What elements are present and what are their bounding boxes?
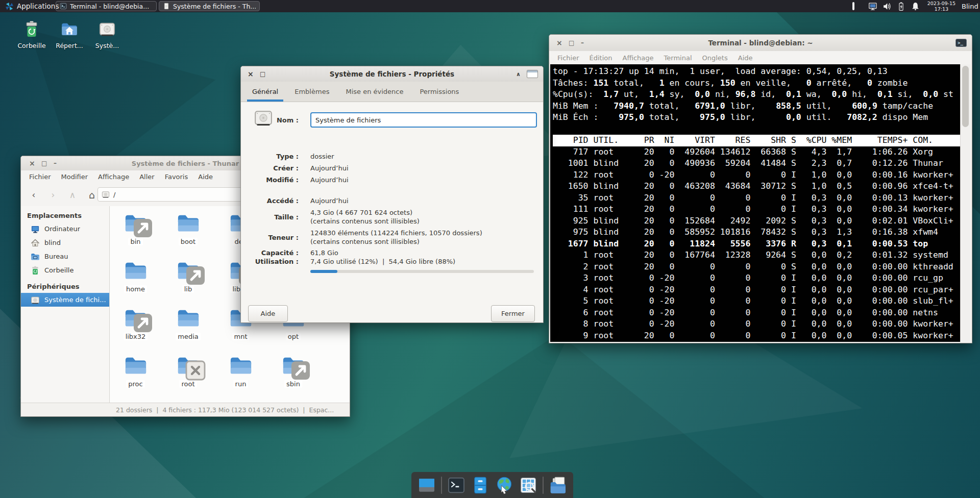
menu-item[interactable]: Aide <box>193 173 218 181</box>
menu-item[interactable]: Terminal <box>659 54 697 62</box>
dock-file-cabinet-launcher[interactable] <box>471 476 490 495</box>
dock-terminal-launcher[interactable] <box>447 476 466 495</box>
top-process-row: 9 root 20 0 0 0 0 I 0,0 0,0 0:00.05 kwor… <box>553 330 962 342</box>
shade-icon[interactable]: ∧ <box>516 66 521 82</box>
help-button[interactable]: Aide <box>248 305 288 322</box>
folder-item[interactable]: bin <box>109 210 162 258</box>
folder-item[interactable]: sbin <box>267 353 320 400</box>
folder-item[interactable]: boot <box>162 210 214 258</box>
top-summary-line: MiB Mem : 7940,7 total, 6791,0 libr, 858… <box>553 101 962 112</box>
taskbar-button-file-manager[interactable]: Système de fichiers - Th... <box>159 1 260 11</box>
dialog-titlebar[interactable]: × □ Système de fichiers - Propriétés ∧ <box>241 66 543 82</box>
property-label: Accédé : <box>241 196 299 205</box>
terminal-scrollbar[interactable] <box>960 64 971 342</box>
sidebar-item-computer[interactable]: Ordinateur <box>21 222 109 236</box>
property-label: Teneur : <box>241 233 299 242</box>
folder-item[interactable]: media <box>162 305 214 353</box>
terminal-titlebar[interactable]: × □ – Terminal - blind@debian: ~ >_ <box>549 35 972 52</box>
dock-separator[interactable] <box>543 477 544 494</box>
up-icon[interactable]: ∧ <box>65 187 80 203</box>
clock-time: 17:13 <box>927 6 955 12</box>
close-icon[interactable]: × <box>556 35 562 51</box>
sidebar-item-label: Bureau <box>44 253 68 260</box>
sidebar-item-icon <box>31 295 40 305</box>
tab[interactable]: Permissions <box>411 82 467 102</box>
sidebar-item-desktop[interactable]: Bureau <box>21 250 109 263</box>
dock-show-desktop[interactable] <box>417 476 436 495</box>
window-button-icon <box>163 3 170 10</box>
property-value: 4,3 Gio (4 667 701 624 octets) <box>310 208 420 217</box>
minimize-icon[interactable]: – <box>581 35 584 51</box>
top-table-header: PID UTIL. PR NI VIRT RES SHR S %CPU %MEM… <box>553 135 962 146</box>
dock-app-finder-launcher[interactable] <box>519 476 538 495</box>
folder-item[interactable]: root <box>162 353 214 400</box>
top-process-row: 5 root 0 -20 0 0 0 I 0,0 0,0 0:00.00 slu… <box>553 295 962 307</box>
sidebar-item-home[interactable]: blind <box>21 236 109 250</box>
maximize-icon[interactable]: □ <box>260 66 265 82</box>
sidebar-item-trash[interactable]: Corbeille <box>21 263 109 277</box>
desktop-icon-trash[interactable]: Corbeille <box>13 20 50 49</box>
tab[interactable]: Mise en évidence <box>337 82 411 102</box>
menu-item[interactable]: Affichage <box>617 54 658 62</box>
volume-icon[interactable] <box>882 2 892 11</box>
clock[interactable]: 2023-09-15 17:13 <box>927 1 955 12</box>
window-title: Terminal - blind@debian: ~ <box>585 35 936 51</box>
dock-file-manager-launcher[interactable] <box>548 476 568 495</box>
dock <box>411 472 573 498</box>
scrollbar-thumb[interactable] <box>962 66 969 127</box>
desktop-icons: Corbeille Répert... Systè... <box>13 20 126 49</box>
forward-icon[interactable]: › <box>45 187 61 203</box>
terminal-app-icon[interactable]: >_ <box>955 39 967 47</box>
menu-item[interactable]: Aller <box>134 173 159 181</box>
battery-icon[interactable] <box>896 2 906 11</box>
folder-label: root <box>179 380 197 388</box>
menu-item[interactable]: Aide <box>733 54 758 62</box>
tab-label: Permissions <box>420 88 459 95</box>
close-button[interactable]: Fermer <box>491 305 535 322</box>
dock-separator[interactable] <box>441 477 442 494</box>
dock-web-browser-launcher[interactable] <box>495 476 514 495</box>
path-text: / <box>113 191 115 198</box>
maximize-icon[interactable]: □ <box>569 35 574 51</box>
maximize-icon[interactable]: □ <box>41 156 47 170</box>
menu-item[interactable]: Fichier <box>552 54 584 62</box>
folder-label: media <box>176 333 201 340</box>
folder-item[interactable]: libx32 <box>109 305 162 353</box>
top-process-row: 8 root 0 -20 0 0 0 I 0,0 0,0 0:00.00 kwo… <box>553 318 962 330</box>
menu-item[interactable]: Modifier <box>56 173 93 181</box>
name-input[interactable] <box>310 112 537 128</box>
name-field-label: Nom : <box>241 116 299 124</box>
menu-item[interactable]: Favoris <box>160 173 193 181</box>
menu-item[interactable]: Édition <box>584 54 618 62</box>
tab[interactable]: Emblèmes <box>286 82 337 102</box>
window-menu-icon[interactable] <box>527 70 538 78</box>
top-process-row: 1 root 20 0 167764 12328 9264 S 0,0 0,2 … <box>553 250 962 261</box>
taskbar-button-terminal[interactable]: Terminal - blind@debia... <box>56 1 157 11</box>
back-icon[interactable]: ‹ <box>26 187 41 203</box>
menu-item[interactable]: Fichier <box>24 173 56 181</box>
property-label: Type : <box>241 152 299 161</box>
display-icon[interactable] <box>868 2 877 11</box>
folder-item[interactable]: proc <box>109 353 162 400</box>
properties-dialog: × □ Système de fichiers - Propriétés ∧ G… <box>240 66 544 323</box>
applications-label: Applications <box>17 2 59 10</box>
folder-item[interactable]: run <box>214 353 267 400</box>
terminal-output[interactable]: top - 17:13:27 up 14 min, 1 user, load a… <box>550 64 962 342</box>
desktop-icon-filesystem[interactable]: Systè... <box>89 20 126 49</box>
property-row: Accédé : Aujourd’hui <box>241 196 537 205</box>
top-summary-line: %Cpu(s): 1,7 ut, 1,4 sy, 0,0 ni, 96,8 id… <box>553 89 962 101</box>
pen-indicator-icon[interactable] <box>852 2 854 10</box>
notifications-icon[interactable] <box>911 2 920 11</box>
menu-item[interactable]: Onglets <box>697 54 733 62</box>
close-icon[interactable]: × <box>248 66 254 82</box>
top-summary-line: MiB Éch : 975,0 total, 975,0 libr, 0,0 u… <box>553 112 962 123</box>
folder-item[interactable]: home <box>109 258 162 305</box>
folder-item[interactable]: lib <box>162 258 214 305</box>
sidebar-item-filesystem[interactable]: Système de fichi... <box>21 293 109 307</box>
desktop-icon-home-folder[interactable]: Répert... <box>51 20 88 49</box>
top-process-row: 111 root 20 0 0 0 0 I 0,3 0,0 0:00.34 kw… <box>553 204 962 215</box>
tab[interactable]: Général <box>244 82 286 102</box>
top-summary-line: top - 17:13:27 up 14 min, 1 user, load a… <box>553 66 962 78</box>
menu-item[interactable]: Affichage <box>93 173 134 181</box>
close-icon[interactable]: × <box>29 156 35 170</box>
